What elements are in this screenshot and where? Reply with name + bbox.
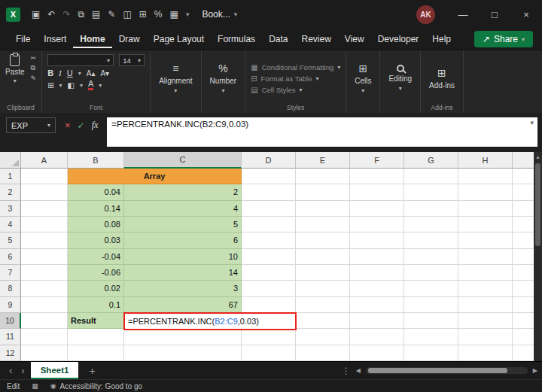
database-icon[interactable]: ◫ <box>123 9 131 20</box>
table-icon[interactable]: ▦ <box>170 9 178 20</box>
cell-G3[interactable] <box>404 201 458 217</box>
italic-button[interactable]: I <box>59 68 62 77</box>
cell-B8[interactable]: 0.02 <box>68 281 124 296</box>
cell-C7[interactable]: 14 <box>124 265 242 281</box>
hscroll-right-arrow[interactable]: ▶ <box>533 367 537 374</box>
row-header-9[interactable]: 9 <box>0 297 21 313</box>
row-header-8[interactable]: 8 <box>0 281 21 296</box>
document-title[interactable]: Book... <box>202 9 230 20</box>
font-color-chevron-icon[interactable]: ▾ <box>99 82 102 89</box>
cell-D11[interactable] <box>242 329 296 345</box>
cell-A1[interactable] <box>21 169 68 184</box>
cell-F8[interactable] <box>350 281 404 296</box>
cell-I9[interactable] <box>513 297 534 313</box>
cell-D9[interactable] <box>242 297 296 313</box>
cell-H2[interactable] <box>458 184 513 200</box>
cell-B11[interactable] <box>68 329 124 345</box>
cell-C3[interactable]: 4 <box>124 201 242 217</box>
accessibility-status[interactable]: ◉ Accessibility: Good to go <box>50 382 142 390</box>
tab-review[interactable]: Review <box>294 30 337 48</box>
underline-button[interactable]: U <box>67 68 73 77</box>
addins-button[interactable]: ⊞ Add-ins <box>426 54 458 102</box>
formula-bar-collapse-icon[interactable]: ▾ <box>530 119 534 126</box>
cell-I4[interactable] <box>513 217 534 232</box>
tab-draw[interactable]: Draw <box>112 30 147 48</box>
row-header-3[interactable]: 3 <box>0 201 21 217</box>
cell-D1[interactable] <box>242 169 296 184</box>
cell-H6[interactable] <box>458 249 513 265</box>
close-button[interactable]: × <box>510 0 542 29</box>
tab-data[interactable]: Data <box>262 30 294 48</box>
underline-chevron-icon[interactable]: ▾ <box>78 70 81 77</box>
tab-home[interactable]: Home <box>73 30 111 48</box>
cell-A7[interactable] <box>21 265 68 281</box>
cell-F1[interactable] <box>350 169 404 184</box>
cell-D6[interactable] <box>242 249 296 265</box>
cell-G12[interactable] <box>404 345 458 361</box>
cell-A12[interactable] <box>21 345 68 361</box>
number-button[interactable]: % Number ▾ <box>207 54 240 102</box>
font-color-button[interactable]: A <box>88 80 93 90</box>
format-painter-ribbon-icon[interactable]: ✎ <box>31 74 37 82</box>
cell-E6[interactable] <box>296 249 350 265</box>
tab-formulas[interactable]: Formulas <box>211 30 262 48</box>
cell-E8[interactable] <box>296 281 350 296</box>
cell-G10[interactable] <box>404 313 458 329</box>
copy-icon[interactable]: ⧉ <box>78 9 84 20</box>
cell-E1[interactable] <box>296 169 350 184</box>
cell-B2[interactable]: 0.04 <box>68 184 124 200</box>
sheet-nav-left-icon[interactable]: ‹ <box>5 365 17 376</box>
share-button[interactable]: ↗ Share ▾ <box>474 31 533 47</box>
row-header-6[interactable]: 6 <box>0 249 21 265</box>
cell-G6[interactable] <box>404 249 458 265</box>
cell-B12[interactable] <box>68 345 124 361</box>
add-sheet-button[interactable]: + <box>84 365 99 377</box>
col-header-partial[interactable] <box>513 152 534 169</box>
col-header-A[interactable]: A <box>21 152 68 169</box>
vscroll-up-arrow[interactable]: ▴ <box>536 153 539 160</box>
row-header-7[interactable]: 7 <box>0 265 21 281</box>
cell-E3[interactable] <box>296 201 350 217</box>
cell-E12[interactable] <box>296 345 350 361</box>
cell-F5[interactable] <box>350 232 404 248</box>
cell-G9[interactable] <box>404 297 458 313</box>
keyboard-icon[interactable]: ▦ <box>32 382 38 390</box>
vertical-scrollbar[interactable]: ▴ <box>534 152 542 361</box>
row-header-11[interactable]: 11 <box>0 329 21 345</box>
tab-file[interactable]: File <box>9 30 37 48</box>
cut-icon[interactable]: ✂ <box>31 54 37 62</box>
fill-color-button[interactable]: ◧ <box>68 81 75 90</box>
cell-H1[interactable] <box>458 169 513 184</box>
cell-A2[interactable] <box>21 184 68 200</box>
cell-I2[interactable] <box>513 184 534 200</box>
cell-C10[interactable]: =PERCENTRANK.INC(B2:C9,0.03) <box>124 313 242 329</box>
cell-D3[interactable] <box>242 201 296 217</box>
font-size-select[interactable]: 14 ▾ <box>119 54 145 66</box>
borders-chevron-icon[interactable]: ▾ <box>59 82 62 89</box>
cell-A6[interactable] <box>21 249 68 265</box>
save-icon[interactable]: ▣ <box>32 9 40 20</box>
cell-array-header[interactable]: Array <box>68 169 242 184</box>
cell-H4[interactable] <box>458 217 513 232</box>
col-header-H[interactable]: H <box>458 152 513 169</box>
cell-B9[interactable]: 0.1 <box>68 297 124 313</box>
col-header-B[interactable]: B <box>68 152 124 169</box>
copy-ribbon-icon[interactable]: ⧉ <box>31 64 37 72</box>
cell-F2[interactable] <box>350 184 404 200</box>
formula-input[interactable]: =PERCENTRANK.INC(B2:C9,0.03) ▾ <box>107 117 537 147</box>
row-header-2[interactable]: 2 <box>0 184 21 200</box>
percent-icon[interactable]: % <box>154 9 163 20</box>
format-as-table-button[interactable]: ⊟ Format as Table ▾ <box>251 74 340 83</box>
hscroll-thumb[interactable] <box>368 368 507 373</box>
minimize-button[interactable]: — <box>447 0 479 29</box>
editing-button[interactable]: Editing ▾ <box>385 54 415 102</box>
cell-H3[interactable] <box>458 201 513 217</box>
cell-I5[interactable] <box>513 232 534 248</box>
cell-D4[interactable] <box>242 217 296 232</box>
enter-button[interactable]: ✓ <box>78 120 85 131</box>
cell-A11[interactable] <box>21 329 68 345</box>
cell-C5[interactable]: 6 <box>124 232 242 248</box>
cells-button[interactable]: ⊞ Cells ▾ <box>352 54 374 102</box>
insert-function-button[interactable]: fx <box>92 120 99 131</box>
cell-D12[interactable] <box>242 345 296 361</box>
